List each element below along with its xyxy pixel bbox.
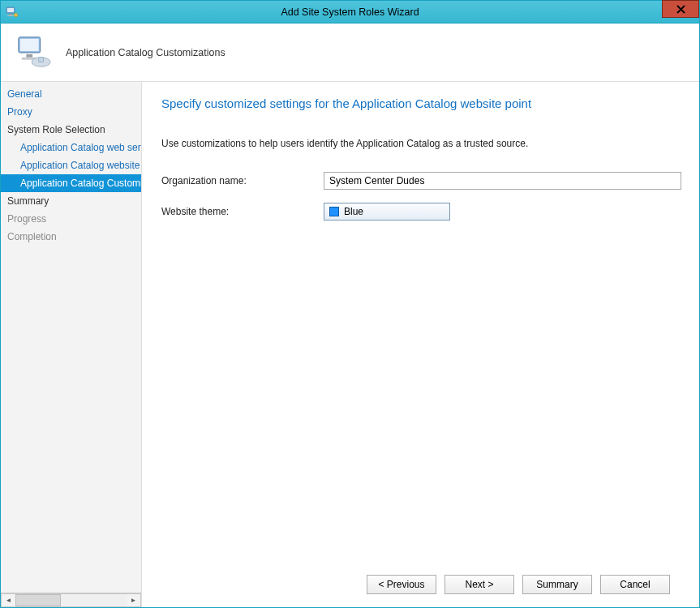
nav-item-4[interactable]: Application Catalog website point	[1, 156, 141, 174]
website-theme-picker[interactable]: Blue	[324, 203, 450, 221]
footer-buttons: < Previous Next > Summary Cancel	[161, 565, 681, 607]
theme-value-text: Blue	[344, 206, 363, 217]
website-theme-row: Website theme: Blue	[161, 203, 681, 221]
close-icon	[676, 5, 685, 14]
scroll-thumb[interactable]	[15, 594, 61, 606]
scroll-right-button[interactable]: ►	[127, 593, 141, 607]
scroll-track[interactable]	[15, 593, 127, 607]
spacer	[161, 233, 681, 565]
sidebar-horizontal-scrollbar[interactable]: ◄ ►	[1, 593, 141, 607]
organization-name-label: Organization name:	[161, 175, 324, 186]
app-icon	[6, 6, 19, 19]
titlebar: Add Site System Roles Wizard	[1, 1, 699, 24]
next-button[interactable]: Next >	[444, 575, 514, 594]
computer-icon	[15, 34, 53, 71]
theme-color-swatch	[329, 207, 339, 216]
nav-item-2[interactable]: System Role Selection	[1, 121, 141, 139]
main-heading: Specify customized settings for the Appl…	[161, 96, 681, 110]
header-band: Application Catalog Customizations	[1, 24, 699, 82]
window-title: Add Site System Roles Wizard	[281, 6, 419, 18]
svg-rect-12	[39, 57, 44, 62]
organization-name-input[interactable]	[324, 172, 681, 190]
wizard-body: GeneralProxySystem Role SelectionApplica…	[1, 82, 699, 607]
summary-button[interactable]: Summary	[522, 575, 592, 594]
svg-point-4	[14, 13, 17, 16]
nav-item-5[interactable]: Application Catalog Customizations	[1, 174, 141, 192]
nav-item-7: Progress	[1, 210, 141, 228]
page-title: Application Catalog Customizations	[66, 47, 225, 58]
svg-rect-3	[7, 15, 14, 16]
nav-item-3[interactable]: Application Catalog web service point	[1, 139, 141, 156]
sidebar: GeneralProxySystem Role SelectionApplica…	[1, 82, 142, 607]
nav-item-8: Completion	[1, 228, 141, 246]
nav-item-0[interactable]: General	[1, 85, 141, 103]
main-panel: Specify customized settings for the Appl…	[142, 82, 699, 607]
svg-rect-9	[26, 54, 32, 57]
nav-item-1[interactable]: Proxy	[1, 103, 141, 121]
svg-rect-1	[7, 8, 14, 12]
nav-item-6[interactable]: Summary	[1, 192, 141, 210]
nav-list: GeneralProxySystem Role SelectionApplica…	[1, 82, 141, 593]
organization-name-row: Organization name:	[161, 172, 681, 190]
previous-button[interactable]: < Previous	[367, 575, 436, 594]
wizard-window: Add Site System Roles Wizard Application…	[0, 0, 700, 608]
scroll-left-button[interactable]: ◄	[1, 593, 15, 607]
close-button[interactable]	[662, 0, 699, 18]
cancel-button[interactable]: Cancel	[600, 575, 670, 594]
website-theme-label: Website theme:	[161, 206, 324, 217]
svg-rect-2	[9, 14, 12, 15]
description-text: Use customizations to help users identif…	[161, 138, 681, 149]
svg-rect-8	[20, 38, 39, 50]
